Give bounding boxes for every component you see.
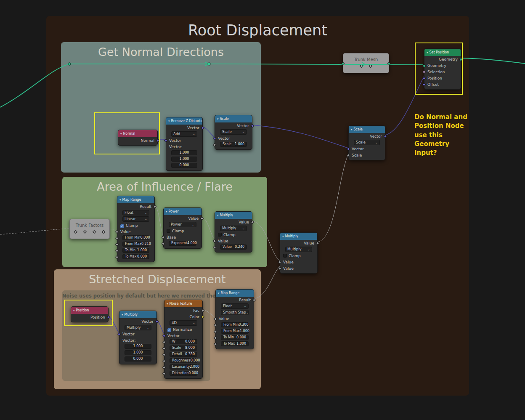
node-header[interactable]: ▾Set Position xyxy=(424,49,461,56)
val-input-socket[interactable] xyxy=(115,249,119,252)
collapse-chevron-icon[interactable]: ▾ xyxy=(166,210,167,213)
node-set-position[interactable]: ▾Set PositionGeometryGeometrySelectionPo… xyxy=(424,48,461,90)
collapse-chevron-icon[interactable]: ▾ xyxy=(119,198,121,202)
dropdown[interactable]: Scale⌄ xyxy=(220,129,247,135)
dropdown[interactable]: Multiply⌄ xyxy=(285,247,312,252)
node-header[interactable]: ▾Remove Z Distortion xyxy=(166,117,202,125)
checkbox[interactable] xyxy=(167,229,170,233)
geometry-output-socket[interactable] xyxy=(387,62,390,65)
val-input-socket[interactable] xyxy=(162,235,165,239)
node-map-range-bottom[interactable]: ▾Map RangeResultFloat⌄Smooth Step⌄ValueF… xyxy=(215,289,254,349)
val-input-socket[interactable] xyxy=(115,236,119,239)
number-field[interactable]: From Min0.000 xyxy=(122,235,149,240)
value-socket[interactable] xyxy=(102,230,105,234)
checkbox[interactable]: ✓ xyxy=(120,224,124,228)
node-editor-canvas[interactable]: Root Displacement Get Normal Directions … xyxy=(0,0,525,420)
node-position[interactable]: ▾PositionPosition xyxy=(71,306,109,322)
val-input-socket[interactable] xyxy=(214,330,217,333)
val-output-socket[interactable] xyxy=(252,298,256,301)
collapse-chevron-icon[interactable]: ▾ xyxy=(217,214,219,217)
val-input-socket[interactable] xyxy=(213,143,216,146)
val-input-socket[interactable] xyxy=(115,242,119,246)
vec-input-socket[interactable] xyxy=(117,332,121,335)
collapse-chevron-icon[interactable]: ▾ xyxy=(73,309,75,312)
value-socket[interactable] xyxy=(74,230,77,234)
number-field[interactable]: Value0.240 xyxy=(220,245,247,250)
val-output-socket[interactable] xyxy=(153,205,156,208)
node-remove-z-distortion[interactable]: ▾Remove Z DistortionVectorAdd⌄VectorVect… xyxy=(166,117,203,171)
vec-input-socket[interactable] xyxy=(422,82,426,86)
node-trunk-factors[interactable]: Trunk Factors xyxy=(69,219,110,239)
node-header[interactable]: ▾Power xyxy=(164,208,202,215)
checkbox[interactable] xyxy=(283,254,287,258)
val-input-socket[interactable] xyxy=(347,153,350,157)
number-field[interactable]: Detail0.350 xyxy=(170,352,197,357)
val-output-socket[interactable] xyxy=(200,216,204,220)
dropdown[interactable]: Linear⌄ xyxy=(122,216,149,222)
val-output-socket[interactable] xyxy=(316,241,319,245)
val-input-socket[interactable] xyxy=(162,365,166,369)
vector-component-field[interactable]: 1.000 xyxy=(125,344,151,349)
node-header[interactable]: ▾Multiply xyxy=(119,311,156,318)
node-scale-top[interactable]: ▾ScaleVectorScale⌄VectorScale1.000 xyxy=(215,115,252,150)
number-field[interactable]: From Max0.210 xyxy=(122,242,149,247)
val-input-socket[interactable] xyxy=(162,346,166,350)
vec-input-socket[interactable] xyxy=(347,147,350,150)
vec-output-socket[interactable] xyxy=(251,124,254,127)
val-input-socket[interactable] xyxy=(115,230,119,233)
vec-output-socket[interactable] xyxy=(384,134,387,138)
value-socket[interactable] xyxy=(360,64,363,68)
dropdown[interactable]: Float⌄ xyxy=(122,210,149,215)
vector-component-field[interactable]: 1.000 xyxy=(171,150,197,155)
val-input-socket[interactable] xyxy=(214,342,217,346)
collapse-chevron-icon[interactable]: ▾ xyxy=(218,292,220,295)
dropdown[interactable]: 4D⌄ xyxy=(170,320,197,326)
number-field[interactable]: Roughness0.000 xyxy=(170,358,197,363)
vec-output-socket[interactable] xyxy=(201,126,204,129)
collapse-chevron-icon[interactable]: ▾ xyxy=(167,302,168,306)
collapse-chevron-icon[interactable]: ▾ xyxy=(282,235,284,238)
number-field[interactable]: To Min1.000 xyxy=(122,248,149,253)
node-multiply-stretched[interactable]: ▾MultiplyVectorMultiply⌄VectorVector:1.0… xyxy=(119,311,157,364)
number-field[interactable]: To Max0.000 xyxy=(122,254,149,259)
value-socket[interactable] xyxy=(83,230,87,234)
checkbox[interactable]: ✓ xyxy=(167,328,171,332)
val-input-socket[interactable] xyxy=(162,340,166,343)
node-header[interactable]: ▾Position xyxy=(71,307,108,314)
collapse-chevron-icon[interactable]: ▾ xyxy=(168,120,170,123)
number-field[interactable]: To Max1.000 xyxy=(221,341,249,346)
val-input-socket[interactable] xyxy=(162,353,166,356)
vector-component-field[interactable]: 0.000 xyxy=(171,163,197,168)
dropdown[interactable]: Multiply⌄ xyxy=(125,325,151,330)
number-field[interactable]: From Max1.000 xyxy=(221,329,249,334)
checkbox[interactable] xyxy=(218,233,222,237)
vector-component-field[interactable]: 1.000 xyxy=(171,157,197,162)
vec-input-socket[interactable] xyxy=(213,136,216,140)
geo-input-socket[interactable] xyxy=(423,64,426,67)
dropdown[interactable]: Power⌄ xyxy=(169,222,196,227)
val-input-socket[interactable] xyxy=(278,266,281,270)
val-input-socket[interactable] xyxy=(213,239,216,242)
node-header[interactable]: ▾Map Range xyxy=(216,290,254,297)
dropdown[interactable]: Smooth Step⌄ xyxy=(221,310,249,315)
node-map-range-area[interactable]: ▾Map RangeResultFloat⌄Linear⌄✓ClampValue… xyxy=(117,196,155,262)
node-normal[interactable]: ▾NormalNormal xyxy=(118,130,158,146)
node-header[interactable]: ▾Multiply xyxy=(215,212,252,219)
number-field[interactable]: To Min0.000 xyxy=(221,335,249,340)
val-input-socket[interactable] xyxy=(213,245,216,249)
node-power[interactable]: ▾PowerValuePower⌄ClampBaseExponent4.000 xyxy=(163,207,202,249)
val-input-socket[interactable] xyxy=(214,336,217,339)
vec-input-socket[interactable] xyxy=(422,76,426,80)
vector-component-field[interactable]: 1.000 xyxy=(125,350,151,355)
collapse-chevron-icon[interactable]: ▾ xyxy=(351,128,353,131)
val-output-socket[interactable] xyxy=(251,220,254,223)
node-header[interactable]: ▾Multiply xyxy=(280,233,317,240)
dropdown[interactable]: Float⌄ xyxy=(221,303,249,309)
number-field[interactable]: Scale1.000 xyxy=(220,142,247,147)
collapse-chevron-icon[interactable]: ▾ xyxy=(122,313,123,316)
vec-input-socket[interactable] xyxy=(162,334,166,337)
number-field[interactable]: From Min0.300 xyxy=(221,322,249,327)
val-input-socket[interactable] xyxy=(278,260,281,263)
value-socket[interactable] xyxy=(369,64,372,68)
val-input-socket[interactable] xyxy=(214,317,217,320)
